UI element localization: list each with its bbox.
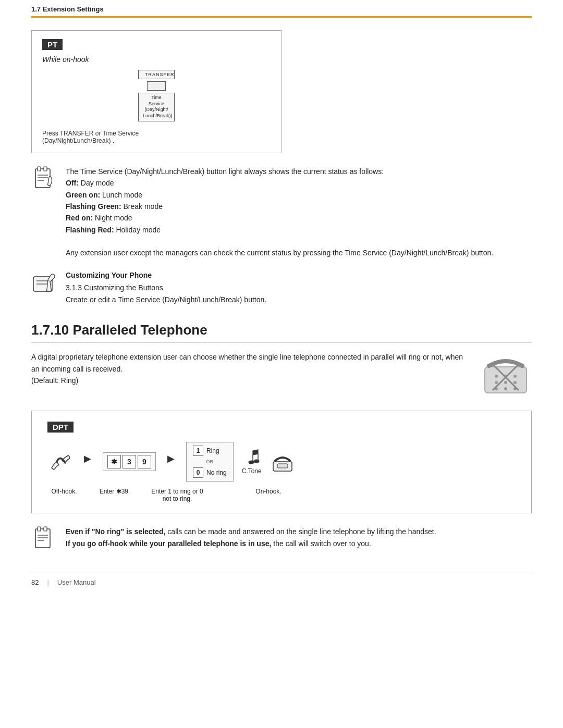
bottom-note2-bold: If you go off-hook while your paralleled…	[66, 539, 271, 548]
flashing-red-text: Holiday mode	[116, 226, 161, 234]
customizing-line1: 3.1.3 Customizing the Buttons	[66, 282, 266, 294]
customizing-title: Customizing Your Phone	[66, 269, 266, 282]
page-footer: 82 | User Manual	[31, 573, 532, 586]
option-group: 1 Ring OR 0 No ring	[186, 442, 234, 482]
note-block-1: The Time Service (Day/Night/Lunch/Break)…	[31, 166, 532, 259]
svg-rect-28	[38, 527, 41, 531]
pt-diagram-box: PT While on-hook TRANSFER Time Service(D…	[31, 30, 282, 153]
time-service-button-diagram: Time Service(Day/Night/Lunch/Break))	[138, 93, 175, 121]
customizing-icon	[31, 269, 57, 295]
dpt-label: DPT	[47, 422, 74, 433]
pt-diagram: TRANSFER Time Service(Day/Night/Lunch/Br…	[42, 70, 271, 124]
green-on-label: Green on:	[66, 191, 100, 199]
caption-offhook: Off-hook.	[47, 488, 81, 495]
dpt-captions-row: Off-hook. Enter ✱39. Enter 1 to ring or …	[47, 488, 516, 502]
red-on-text: Night mode	[95, 214, 132, 222]
flashing-red-label: Flashing Red:	[66, 226, 114, 234]
note-extra-text: Any extension user except the managers c…	[66, 249, 493, 257]
svg-point-24	[254, 460, 259, 463]
caption-onhook: On-hook.	[248, 488, 289, 495]
option0-label: No ring	[206, 469, 227, 476]
bottom-note-icon-1	[31, 526, 57, 552]
key-star: ✱	[107, 455, 121, 468]
flashing-green-label: Flashing Green:	[66, 202, 121, 211]
off-label: Off:	[66, 179, 79, 187]
ctone-group: C.Tone	[242, 449, 262, 475]
footer-page-num: 82	[31, 578, 39, 586]
caption-options: Enter 1 to ring or 0 not to ring.	[149, 488, 206, 502]
svg-rect-29	[44, 527, 47, 531]
dpt-step-offhook	[47, 449, 72, 474]
svg-rect-1	[38, 167, 41, 171]
footer-divider: |	[47, 578, 48, 586]
intro-text: A digital proprietary telephone extensio…	[31, 351, 467, 386]
intro-block: A digital proprietary telephone extensio…	[31, 351, 532, 398]
customizing-block: Customizing Your Phone 3.1.3 Customizing…	[31, 269, 532, 306]
dpt-step-options: 1 Ring OR 0 No ring	[186, 442, 234, 482]
svg-rect-26	[277, 464, 288, 468]
pt-while-onhook: While on-hook	[42, 55, 271, 64]
or-text: OR	[193, 459, 227, 464]
option0-num: 0	[193, 467, 203, 478]
customizing-line2: Create or edit a Time Service (Day/Night…	[66, 294, 266, 306]
keypad-group: ✱ 3 9	[103, 452, 156, 471]
off-text: Day mode	[81, 179, 114, 187]
key-3: 3	[123, 455, 136, 468]
note-text-1: The Time Service (Day/Night/Lunch/Break)…	[66, 166, 532, 259]
svg-point-14	[504, 381, 507, 384]
option1-label: Ring	[206, 447, 219, 454]
arrow-1: ▶	[84, 453, 91, 471]
customizing-text: Customizing Your Phone 3.1.3 Customizing…	[66, 269, 266, 306]
transfer-label: TRANSFER	[145, 72, 168, 77]
option1-num: 1	[193, 446, 203, 456]
svg-point-15	[513, 381, 517, 384]
bottom-note2-text: the call will switch over to you.	[271, 539, 371, 548]
svg-point-23	[249, 461, 254, 464]
svg-rect-2	[44, 167, 47, 171]
bottom-note-text-1: Even if "No ring" is selected, calls can…	[66, 526, 436, 549]
option-noring: 0 No ring	[193, 467, 227, 478]
key-9: 9	[138, 455, 151, 468]
time-service-label: Time Service(Day/Night/Lunch/Break))	[143, 95, 170, 119]
arrow-2: ▶	[167, 453, 175, 471]
transfer-button-diagram: TRANSFER	[138, 70, 175, 79]
telephone-illustration	[480, 351, 532, 398]
dpt-step-onhook	[270, 449, 295, 474]
option-ring: 1 Ring	[193, 446, 227, 456]
flashing-green-text: Break mode	[123, 202, 162, 211]
bottom-note1-bold: Even if "No ring" is selected,	[66, 527, 165, 536]
svg-point-17	[504, 387, 507, 390]
ctone-label: C.Tone	[242, 467, 262, 475]
green-on-text: Lunch mode	[102, 191, 142, 199]
footer-label: User Manual	[57, 578, 96, 586]
section-header-text: 1.7 Extension Settings	[31, 5, 104, 13]
dpt-step-keypad: ✱ 3 9	[103, 452, 156, 471]
caption-keypad: Enter ✱39.	[91, 488, 138, 495]
section-header: 1.7 Extension Settings	[31, 0, 532, 18]
svg-point-13	[495, 381, 498, 384]
svg-rect-27	[35, 529, 50, 548]
dpt-steps-row: ▶ ✱ 3 9 ▶ 1 Ring OR	[47, 442, 516, 486]
section-1710-heading: 1.7.10 Paralleled Telephone	[31, 322, 532, 343]
note-icon-1	[31, 166, 57, 192]
pt-caption: Press TRANSFER or Time Service (Day/Nigh…	[42, 130, 271, 144]
dpt-diagram-box: DPT ▶ ✱ 3 9	[31, 411, 532, 513]
bottom-note-1: Even if "No ring" is selected, calls can…	[31, 526, 532, 552]
small-button-diagram	[147, 81, 166, 91]
svg-point-10	[495, 375, 498, 378]
svg-point-12	[513, 375, 517, 378]
pt-label: PT	[42, 39, 63, 50]
bottom-note1-text: calls can be made and answered on the si…	[165, 527, 436, 536]
red-on-label: Red on:	[66, 214, 93, 222]
